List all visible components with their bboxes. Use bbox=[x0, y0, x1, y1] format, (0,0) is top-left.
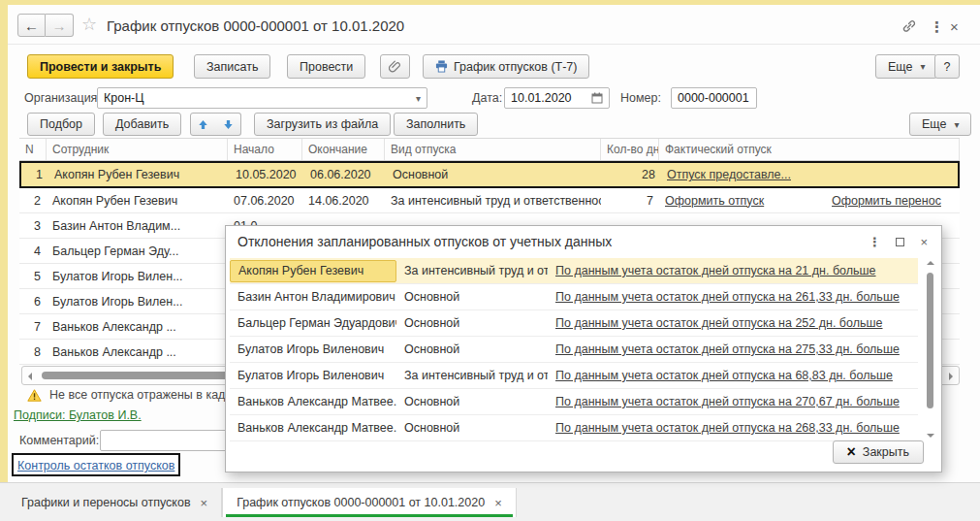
help-button[interactable]: ? bbox=[934, 54, 960, 79]
deviation-row[interactable]: Акопян Рубен ГезевичЗа интенсивный труд … bbox=[230, 258, 918, 284]
cell-employee: Базин Антон Владимирович bbox=[230, 290, 396, 304]
deviation-link[interactable]: По данным учета остаток дней отпуска на … bbox=[555, 264, 876, 277]
get-link-icon[interactable] bbox=[901, 18, 917, 34]
bottom-tab[interactable]: График отпусков 0000-000001 от 10.01.202… bbox=[222, 488, 517, 517]
window-accent-left bbox=[0, 5, 8, 482]
close-x-icon: × bbox=[847, 444, 856, 460]
deviation-row[interactable]: Булатов Игорь ВиленовичОсновнойПо данным… bbox=[230, 337, 918, 363]
organization-dropdown-icon[interactable]: ▾ bbox=[416, 93, 421, 104]
cell-employee: Булатов Игорь Виленович bbox=[230, 342, 396, 356]
document-titlebar: ← → ☆ График отпусков 0000-000001 от 10.… bbox=[8, 5, 980, 45]
application-window: ← → ☆ График отпусков 0000-000001 от 10.… bbox=[0, 0, 980, 521]
signatures-link[interactable]: Подписи: Булатов И.В. bbox=[14, 408, 142, 422]
arrow-up-icon bbox=[198, 119, 208, 130]
header-days[interactable]: Кол-во дн. bbox=[601, 139, 659, 160]
date-value: 10.01.2020 bbox=[511, 91, 572, 105]
deviation-row[interactable]: Булатов Игорь ВиленовичЗа интенсивный тр… bbox=[230, 363, 918, 389]
deviation-link[interactable]: По данным учета остаток дней отпуска на … bbox=[555, 342, 900, 356]
move-down-button[interactable] bbox=[215, 113, 241, 136]
form-more-button[interactable]: Еще ▾ bbox=[875, 54, 937, 79]
scroll-left-icon[interactable] bbox=[28, 373, 32, 380]
forward-button[interactable]: → bbox=[46, 14, 74, 37]
header-type[interactable]: Вид отпуска bbox=[385, 139, 601, 160]
list-more-button[interactable]: Еще ▾ bbox=[909, 113, 971, 136]
print-schedule-label: График отпусков (Т-7) bbox=[454, 60, 577, 74]
dialog-maximize-icon[interactable] bbox=[896, 238, 904, 246]
window-menu-icon[interactable]: ⋮ bbox=[930, 18, 944, 36]
cell-employee: Акопян Рубен Гезевич bbox=[47, 194, 228, 208]
dialog-scrollbar-thumb[interactable] bbox=[927, 273, 933, 408]
post-button[interactable]: Провести bbox=[287, 54, 365, 79]
pick-button[interactable]: Подбор bbox=[27, 113, 95, 136]
deviation-row[interactable]: Ваньков Александр Матвее...ОсновнойПо да… bbox=[230, 389, 918, 415]
header-fact[interactable]: Фактический отпуск bbox=[659, 139, 960, 160]
print-schedule-button[interactable]: График отпусков (Т-7) bbox=[423, 54, 589, 79]
calendar-icon[interactable] bbox=[591, 92, 603, 104]
transfer-vacation-link[interactable]: Оформить перенос bbox=[832, 194, 941, 208]
deviation-link[interactable]: По данным учета остаток дней отпуска на … bbox=[555, 316, 883, 330]
cell-number: 5 bbox=[19, 270, 47, 283]
cell-deviation: По данным учета остаток дней отпуска на … bbox=[548, 395, 918, 408]
deviation-link[interactable]: По данным учета остаток дней отпуска на … bbox=[555, 395, 900, 408]
scroll-right-icon[interactable] bbox=[949, 373, 953, 380]
tab-close-icon[interactable]: × bbox=[494, 496, 502, 510]
scroll-down-icon[interactable] bbox=[927, 434, 934, 438]
favorite-star-icon[interactable]: ☆ bbox=[81, 16, 97, 33]
paperclip-icon bbox=[389, 60, 401, 74]
cell-number: 3 bbox=[19, 219, 47, 233]
attachments-button[interactable] bbox=[380, 54, 410, 79]
bottom-tab[interactable]: Графики и переносы отпусков× bbox=[8, 488, 222, 517]
date-field[interactable]: 10.01.2020 bbox=[504, 87, 610, 109]
cell-end: 14.06.2020 bbox=[302, 194, 385, 208]
deviation-row[interactable]: Базин Антон ВладимировичОсновнойПо данны… bbox=[230, 284, 918, 310]
cell-vacation-type: За интенсивный труд и отве... bbox=[396, 369, 548, 382]
header-start[interactable]: Начало bbox=[228, 139, 302, 160]
header-end[interactable]: Окончание bbox=[302, 139, 385, 160]
cell-number: 6 bbox=[19, 295, 47, 309]
cell-number: 4 bbox=[19, 244, 47, 258]
number-field[interactable]: 0000-000001 bbox=[671, 87, 757, 109]
fact-vacation-link[interactable]: Отпуск предоставле... bbox=[667, 168, 791, 181]
window-close-icon[interactable]: × bbox=[950, 18, 959, 35]
cell-start: 10.05.2020 bbox=[230, 168, 304, 181]
cell-employee: Ваньков Александр ... bbox=[47, 345, 228, 359]
cell-deviation: По данным учета остаток дней отпуска на … bbox=[548, 342, 918, 356]
load-from-file-button[interactable]: Загрузить из файла bbox=[254, 113, 391, 136]
deviation-link[interactable]: По данным учета остаток дней отпуска на … bbox=[555, 421, 900, 435]
tab-label: График отпусков 0000-000001 от 10.01.202… bbox=[237, 496, 485, 509]
arrow-down-icon bbox=[223, 119, 234, 130]
chevron-down-icon: ▾ bbox=[920, 61, 925, 72]
cell-deviation: По данным учета остаток дней отпуска на … bbox=[548, 421, 918, 435]
fill-button[interactable]: Заполнить bbox=[394, 113, 478, 136]
table-row[interactable]: 1Акопян Рубен Гезевич10.05.202006.06.202… bbox=[19, 161, 960, 188]
table-row[interactable]: 2Акопян Рубен Гезевич07.06.202014.06.202… bbox=[19, 188, 960, 213]
cell-employee: Булатов Игорь Вилен... bbox=[47, 295, 228, 309]
deviation-row[interactable]: Бальцер Герман ЭдуардовичОсновнойПо данн… bbox=[230, 310, 918, 337]
fact-vacation-link[interactable]: Оформить отпуск bbox=[665, 194, 764, 208]
post-and-close-button[interactable]: Провести и закрыть bbox=[27, 54, 174, 79]
cell-type: За интенсивный труд и ответственность bbox=[385, 194, 601, 208]
header-employee[interactable]: Сотрудник bbox=[47, 139, 228, 160]
dialog-close-button-label: Закрыть bbox=[863, 445, 909, 459]
deviation-link[interactable]: По данным учета остаток дней отпуска на … bbox=[555, 369, 893, 382]
deviation-link[interactable]: По данным учета остаток дней отпуска на … bbox=[555, 290, 900, 304]
back-button[interactable]: ← bbox=[17, 14, 46, 37]
cell-employee: Булатов Игорь Виленович bbox=[230, 369, 396, 382]
cell-days: 7 bbox=[601, 194, 659, 208]
deviation-row[interactable]: Ваньков Александр Матвее...ОсновнойПо да… bbox=[230, 415, 918, 441]
header-n[interactable]: N bbox=[19, 139, 47, 160]
dialog-vertical-scrollbar[interactable] bbox=[924, 261, 937, 438]
cell-fact-vacation-link: Отпуск предоставле... bbox=[661, 168, 828, 181]
dialog-menu-icon[interactable]: ⋮ bbox=[869, 235, 881, 249]
tab-close-icon[interactable]: × bbox=[201, 496, 208, 510]
cell-vacation-type: Основной bbox=[396, 342, 548, 356]
cell-transfer-vacation-link: Оформить перенос bbox=[826, 194, 960, 208]
add-button[interactable]: Добавить bbox=[103, 113, 181, 136]
scroll-up-icon[interactable] bbox=[927, 261, 934, 265]
vacation-balance-control-link[interactable]: Контроль остатков отпусков bbox=[17, 459, 174, 472]
organization-field[interactable]: Крон-Ц ▾ bbox=[97, 87, 427, 109]
move-up-button[interactable] bbox=[190, 113, 216, 136]
write-button[interactable]: Записать bbox=[194, 54, 270, 79]
dialog-close-button[interactable]: × Закрыть bbox=[833, 440, 925, 464]
dialog-close-icon[interactable]: × bbox=[920, 235, 928, 249]
